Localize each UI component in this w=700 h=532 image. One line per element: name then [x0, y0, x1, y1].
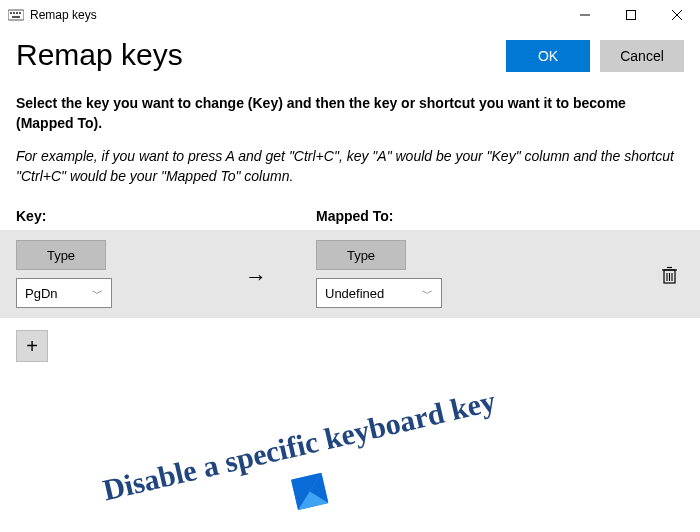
svg-rect-2 [13, 12, 15, 14]
close-button[interactable] [654, 0, 700, 30]
key-select[interactable]: PgDn ﹀ [16, 278, 112, 308]
app-icon [8, 7, 24, 23]
ok-button[interactable]: OK [506, 40, 590, 72]
svg-rect-4 [19, 12, 21, 14]
column-mapped-label: Mapped To: [316, 208, 684, 224]
instructions-main: Select the key you want to change (Key) … [16, 95, 626, 131]
mapped-type-button[interactable]: Type [316, 240, 406, 270]
window-controls [562, 0, 700, 30]
key-cell: Type PgDn ﹀ [16, 240, 196, 308]
chevron-down-icon: ﹀ [422, 286, 433, 301]
chevron-down-icon: ﹀ [92, 286, 103, 301]
page-title: Remap keys [16, 38, 183, 72]
titlebar: Remap keys [0, 0, 700, 30]
delete-row-button[interactable] [661, 260, 684, 289]
watermark: Disable a specific keyboard key [23, 366, 588, 532]
mapped-cell: Type Undefined ﹀ [316, 240, 496, 308]
key-select-value: PgDn [25, 286, 58, 301]
column-key-label: Key: [16, 208, 316, 224]
key-type-button[interactable]: Type [16, 240, 106, 270]
mapping-row: Type PgDn ﹀ → Type Undefined ﹀ [0, 230, 700, 318]
watermark-logo-icon [32, 407, 588, 532]
cancel-button[interactable]: Cancel [600, 40, 684, 72]
columns-header: Key: Mapped To: [16, 208, 684, 224]
watermark-text: Disable a specific keyboard key [23, 366, 576, 525]
add-row-area: + [16, 330, 684, 362]
add-mapping-button[interactable]: + [16, 330, 48, 362]
minimize-button[interactable] [562, 0, 608, 30]
svg-rect-7 [627, 11, 636, 20]
maximize-button[interactable] [608, 0, 654, 30]
titlebar-title: Remap keys [30, 8, 97, 22]
svg-rect-0 [8, 10, 24, 20]
svg-rect-3 [16, 12, 18, 14]
arrow-icon: → [196, 258, 316, 290]
svg-rect-5 [12, 16, 20, 18]
instructions: Select the key you want to change (Key) … [16, 94, 684, 186]
mapped-select[interactable]: Undefined ﹀ [316, 278, 442, 308]
header-buttons: OK Cancel [506, 40, 684, 72]
svg-rect-1 [10, 12, 12, 14]
instructions-example: For example, if you want to press A and … [16, 147, 684, 186]
mapped-select-value: Undefined [325, 286, 384, 301]
